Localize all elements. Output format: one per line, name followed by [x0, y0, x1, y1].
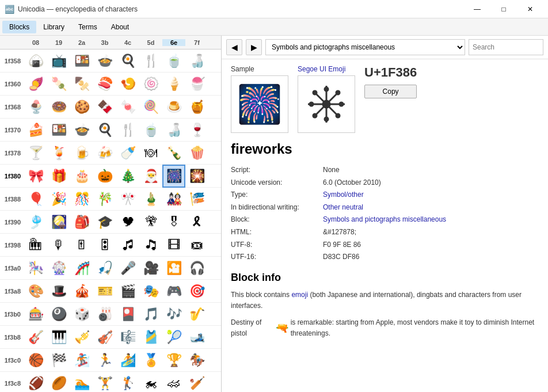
cell-1f360-6e[interactable]: 🍦: [162, 73, 185, 96]
cell-1f360-5d[interactable]: 🍥: [139, 73, 162, 96]
cell-1f388-5d[interactable]: 🎍: [139, 188, 162, 211]
cell-1f370-2a[interactable]: 🍲: [70, 119, 93, 142]
cell-1f360-2a[interactable]: 🍢: [70, 73, 93, 96]
cell-1f3c8-4c[interactable]: 🏌: [116, 372, 139, 393]
cell-1f3a0-08[interactable]: 🎠: [24, 257, 47, 280]
cell-1f3b8-19[interactable]: 🎹: [47, 326, 70, 349]
forward-button[interactable]: ▶: [246, 39, 262, 55]
cell-1f380-2a[interactable]: 🎂: [70, 165, 93, 188]
cell-1f370-19[interactable]: 🍱: [47, 119, 70, 142]
cell-1f3c0-5d[interactable]: 🏅: [139, 349, 162, 372]
cell-1f3a0-19[interactable]: 🎡: [47, 257, 70, 280]
bidi-value[interactable]: Other neutral: [323, 201, 363, 214]
cell-1f360-3b[interactable]: 🍣: [93, 73, 116, 96]
cell-1f378-19[interactable]: 🍹: [47, 142, 70, 165]
cell-1f3c8-08[interactable]: 🏈: [24, 372, 47, 393]
cell-1f358-5d[interactable]: 🍴: [139, 50, 162, 73]
cell-1f398-6e[interactable]: 🎞: [162, 234, 185, 257]
cell-1f3c0-2a[interactable]: 🏂: [70, 349, 93, 372]
cell-1f370-4c[interactable]: 🍴: [116, 119, 139, 142]
cell-1f390-3b[interactable]: 🎓: [93, 211, 116, 234]
cell-1f368-3b[interactable]: 🍫: [93, 96, 116, 119]
cell-1f3a0-4c[interactable]: 🎤: [116, 257, 139, 280]
cell-1f3b8-3b[interactable]: 🎻: [93, 326, 116, 349]
cell-1f3b8-6e[interactable]: 🎾: [162, 326, 185, 349]
search-input[interactable]: [469, 39, 543, 55]
cell-1f3a8-7f[interactable]: 🎯: [185, 280, 208, 303]
cell-1f358-7f[interactable]: 🍶: [185, 50, 208, 73]
copy-button[interactable]: Copy: [364, 85, 417, 98]
cell-1f3c8-7f[interactable]: 🏏: [185, 372, 208, 393]
cell-1f368-6e[interactable]: 🍮: [162, 96, 185, 119]
cell-1f388-19[interactable]: 🎉: [47, 188, 70, 211]
cell-1f3a8-2a[interactable]: 🎪: [70, 280, 93, 303]
cell-1f368-7f[interactable]: 🍯: [185, 96, 208, 119]
cell-1f370-08[interactable]: 🍰: [24, 119, 47, 142]
block-value[interactable]: Symbols and pictographs miscellaneous: [323, 214, 446, 226]
cell-1f3b0-19[interactable]: 🎱: [47, 303, 70, 326]
cell-1f358-19[interactable]: 📺: [47, 50, 70, 73]
cell-1f3c0-6e[interactable]: 🏆: [162, 349, 185, 372]
cell-1f388-6e[interactable]: 🎎: [162, 188, 185, 211]
cell-1f358-2a[interactable]: 🍱: [70, 50, 93, 73]
cell-1f390-19[interactable]: 🎑: [47, 211, 70, 234]
cell-1f360-08[interactable]: 🍠: [24, 73, 47, 96]
cell-1f398-7f[interactable]: 🎟: [185, 234, 208, 257]
cell-1f3c0-08[interactable]: 🏀: [24, 349, 47, 372]
cell-1f398-08[interactable]: 🎘: [24, 234, 47, 257]
cell-1f398-19[interactable]: 🎙: [47, 234, 70, 257]
cell-1f360-4c[interactable]: 🍤: [116, 73, 139, 96]
cell-1f388-7f[interactable]: 🎏: [185, 188, 208, 211]
cell-1f3c8-5d[interactable]: 🏍: [139, 372, 162, 393]
cell-1f3a0-5d[interactable]: 🎥: [139, 257, 162, 280]
cell-1f3b8-2a[interactable]: 🎺: [70, 326, 93, 349]
cell-1f390-5d[interactable]: 🎕: [139, 211, 162, 234]
cell-1f358-6e[interactable]: 🍵: [162, 50, 185, 73]
cell-1f3b0-5d[interactable]: 🎵: [139, 303, 162, 326]
cell-1f380-19[interactable]: 🎁: [47, 165, 70, 188]
cell-1f378-3b[interactable]: 🍻: [93, 142, 116, 165]
cell-1f378-08[interactable]: 🍸: [24, 142, 47, 165]
cell-1f3b0-08[interactable]: 🎰: [24, 303, 47, 326]
cell-1f390-2a[interactable]: 🎒: [70, 211, 93, 234]
cell-1f3c8-19[interactable]: 🏉: [47, 372, 70, 393]
cell-1f3c8-6e[interactable]: 🏎: [162, 372, 185, 393]
cell-1f3b8-4c[interactable]: 🎼: [116, 326, 139, 349]
cell-1f3b8-08[interactable]: 🎸: [24, 326, 47, 349]
cell-1f380-5d[interactable]: 🎅: [139, 165, 162, 188]
cell-1f3c0-7f[interactable]: 🏇: [185, 349, 208, 372]
cell-1f358-3b[interactable]: 🍲: [93, 50, 116, 73]
minimize-button[interactable]: —: [464, 0, 490, 18]
cell-1f360-19[interactable]: 🍡: [47, 73, 70, 96]
cell-1f398-4c[interactable]: 🎜: [116, 234, 139, 257]
cell-1f360-7f[interactable]: 🍧: [185, 73, 208, 96]
cell-1f378-2a[interactable]: 🍺: [70, 142, 93, 165]
cell-1f398-2a[interactable]: 🎚: [70, 234, 93, 257]
cell-1f3a8-08[interactable]: 🎨: [24, 280, 47, 303]
cell-1f3b8-7f[interactable]: 🎿: [185, 326, 208, 349]
cell-1f390-7f[interactable]: 🎗: [185, 211, 208, 234]
cell-1f3a8-6e[interactable]: 🎮: [162, 280, 185, 303]
cell-1f3a0-2a[interactable]: 🎢: [70, 257, 93, 280]
cell-1f3b8-5d[interactable]: 🎽: [139, 326, 162, 349]
cell-1f368-2a[interactable]: 🍪: [70, 96, 93, 119]
cell-1f3a0-7f[interactable]: 🎧: [185, 257, 208, 280]
block-info-link1[interactable]: emoji: [291, 291, 308, 299]
cell-1f380-3b[interactable]: 🎃: [93, 165, 116, 188]
cell-1f390-4c[interactable]: 🎔: [116, 211, 139, 234]
cell-1f388-2a[interactable]: 🎊: [70, 188, 93, 211]
cell-1f3a8-4c[interactable]: 🎬: [116, 280, 139, 303]
cell-1f378-5d[interactable]: 🍽: [139, 142, 162, 165]
cell-1f3b0-4c[interactable]: 🎴: [116, 303, 139, 326]
cell-1f368-08[interactable]: 🍨: [24, 96, 47, 119]
cell-1f3b0-3b[interactable]: 🎳: [93, 303, 116, 326]
cell-1f378-7f[interactable]: 🍿: [185, 142, 208, 165]
menu-blocks[interactable]: Blocks: [2, 21, 36, 33]
block-selector[interactable]: Symbols and pictographs miscellaneous: [265, 39, 465, 55]
cell-1f368-5d[interactable]: 🍭: [139, 96, 162, 119]
cell-1f3a8-3b[interactable]: 🎫: [93, 280, 116, 303]
cell-1f3a0-6e[interactable]: 🎦: [162, 257, 185, 280]
type-value[interactable]: Symbol/other: [323, 189, 364, 201]
cell-1f368-19[interactable]: 🍩: [47, 96, 70, 119]
cell-1f378-4c[interactable]: 🍼: [116, 142, 139, 165]
